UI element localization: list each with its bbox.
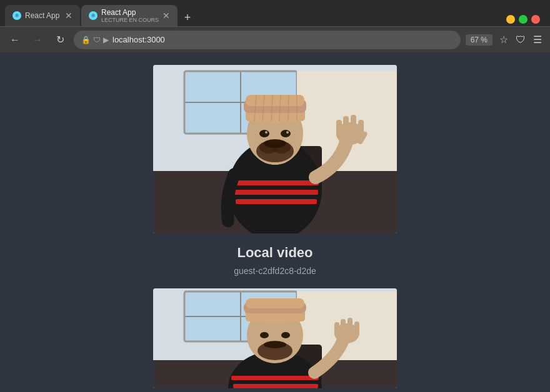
- tab-react-app-2[interactable]: ⚛ React App LECTURE EN COURS ✕: [81, 5, 178, 26]
- address-bar[interactable]: 🔒 🛡 ▶ localhost:3000: [74, 31, 461, 49]
- reload-button[interactable]: ↻: [51, 31, 69, 49]
- pip-icon: ▶: [103, 36, 109, 44]
- menu-icon[interactable]: ☰: [531, 32, 544, 47]
- video-container-1: [153, 65, 397, 233]
- svg-rect-64: [348, 318, 352, 334]
- svg-point-59: [281, 332, 290, 338]
- zoom-level[interactable]: 67 %: [466, 34, 492, 46]
- shield-icon: 🛡: [93, 36, 101, 44]
- maximize-button[interactable]: [519, 15, 528, 24]
- tab-favicon-2: ⚛: [89, 11, 98, 20]
- tab-close-2[interactable]: ✕: [162, 11, 170, 21]
- tab-react-app-1[interactable]: ⚛ React App ✕: [5, 5, 80, 26]
- svg-rect-10: [231, 180, 319, 185]
- tab-title-group-2: React App LECTURE EN COURS: [101, 8, 159, 23]
- svg-rect-50: [231, 376, 319, 380]
- svg-point-58: [260, 332, 269, 338]
- bookmark-icon[interactable]: ☆: [498, 32, 510, 47]
- video-label-1: Local video: [237, 245, 312, 261]
- tab-title-1: React App: [25, 11, 59, 20]
- toolbar: ← → ↻ 🔒 🛡 ▶ localhost:3000 67 % ☆ 🛡 ☰: [0, 26, 550, 52]
- svg-rect-66: [334, 322, 339, 336]
- tab-bar: ⚛ React App ✕ ⚛ React App LECTURE EN COU…: [0, 0, 550, 26]
- svg-point-26: [281, 130, 291, 137]
- svg-point-32: [264, 139, 286, 148]
- back-button[interactable]: ←: [6, 31, 24, 49]
- shield-toolbar-icon[interactable]: 🛡: [514, 32, 528, 47]
- svg-line-23: [288, 95, 289, 121]
- video-svg-1: [153, 65, 397, 233]
- address-icons: 🔒 🛡 ▶: [81, 36, 109, 44]
- svg-point-61: [264, 341, 286, 348]
- svg-rect-65: [341, 319, 346, 334]
- video-id-1: guest-c2dfd2c8-d2de: [234, 266, 316, 276]
- video-container-2: [153, 288, 397, 388]
- svg-point-27: [265, 131, 268, 134]
- toolbar-icons: ☆ 🛡 ☰: [498, 32, 544, 47]
- address-text: localhost:3000: [112, 35, 453, 44]
- tab-subtitle-2: LECTURE EN COURS: [101, 17, 159, 23]
- new-tab-button[interactable]: +: [179, 9, 196, 26]
- svg-rect-18: [246, 95, 304, 106]
- svg-point-25: [259, 130, 269, 137]
- svg-rect-63: [354, 321, 359, 336]
- svg-rect-51: [233, 384, 318, 388]
- close-button[interactable]: [531, 15, 540, 24]
- svg-rect-57: [246, 298, 304, 308]
- svg-rect-12: [236, 199, 317, 204]
- svg-rect-37: [336, 120, 342, 137]
- svg-point-28: [286, 131, 289, 134]
- lock-icon: 🔒: [81, 36, 91, 44]
- minimize-button[interactable]: [506, 15, 515, 24]
- window-controls: [506, 15, 545, 26]
- tab-close-1[interactable]: ✕: [65, 11, 72, 21]
- svg-rect-11: [233, 190, 318, 195]
- video-svg-2: [153, 288, 397, 388]
- page-content: Local video guest-c2dfd2c8-d2de: [0, 52, 550, 392]
- tab-favicon-1: ⚛: [12, 11, 21, 20]
- browser-chrome: ⚛ React App ✕ ⚛ React App LECTURE EN COU…: [0, 0, 550, 52]
- svg-rect-36: [343, 116, 349, 135]
- forward-button[interactable]: →: [29, 31, 46, 49]
- tab-title-2: React App: [101, 8, 159, 17]
- svg-rect-35: [351, 115, 356, 135]
